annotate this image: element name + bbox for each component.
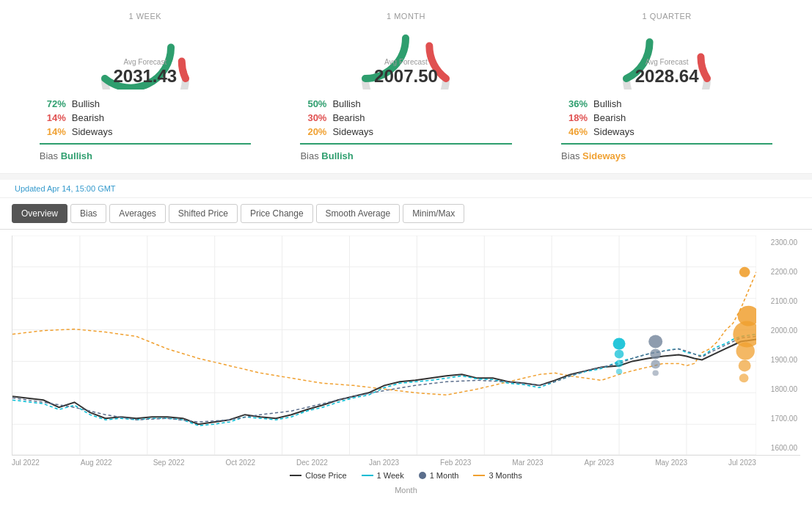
gauge-month: Avg Forecast 2007.50 (347, 23, 464, 90)
bullish-row-month: 50% Bullish (300, 97, 511, 111)
legend-label-1-month: 1 Month (430, 471, 459, 480)
bearish-label-month: Bearish (332, 112, 365, 123)
y-label: 2100.00 (756, 297, 800, 305)
legend-item-1-week: 1 Week (362, 471, 404, 480)
stats-week: 72% Bullish 14% Bearish 14% Sideways Bia… (28, 94, 263, 166)
sideways-label-quarter: Sideways (593, 126, 634, 137)
gauge-label-quarter: Avg Forecast 2028.64 (635, 58, 699, 87)
bullish-pct-week: 72% (40, 98, 66, 109)
update-text: Updated Apr 14, 15:00 GMT (15, 184, 116, 193)
y-label: 1700.00 (756, 415, 800, 423)
y-label: 2300.00 (756, 238, 800, 247)
avg-label-week: Avg Forecast (113, 58, 177, 66)
gauge-label-week: Avg Forecast 2031.43 (113, 58, 177, 87)
y-label: 1800.00 (756, 385, 800, 393)
bearish-row-month: 30% Bearish (300, 111, 511, 125)
x-axis-label: Month (12, 486, 800, 495)
svg-point-24 (650, 349, 661, 359)
svg-point-22 (616, 368, 622, 374)
bullish-pct-month: 50% (300, 98, 326, 109)
tab-price-change[interactable]: Price Change (241, 204, 313, 223)
tab-minim/max[interactable]: Minim/Max (403, 204, 464, 223)
bias-row-month: Bias Bullish (300, 149, 511, 163)
stats-quarter: 36% Bullish 18% Bearish 46% Sideways Bia… (549, 94, 784, 166)
bullish-row-quarter: 36% Bullish (561, 97, 772, 111)
bullish-label-quarter: Bullish (593, 98, 621, 109)
x-label: Dec 2022 (296, 459, 328, 467)
svg-point-30 (736, 343, 755, 360)
gauge-quarter: Avg Forecast 2028.64 (608, 23, 725, 90)
bullish-row-week: 72% Bullish (40, 97, 251, 111)
svg-point-26 (652, 370, 658, 376)
avg-label-quarter: Avg Forecast (635, 58, 699, 66)
y-label: 1600.00 (756, 444, 800, 452)
chart-wrapper: 2300.002200.002100.002000.001900.001800.… (12, 236, 800, 456)
top-section: 1 WEEK Avg Forecast 2031.43 (0, 0, 812, 174)
update-bar: Updated Apr 14, 15:00 GMT (0, 180, 812, 198)
sideways-row-quarter: 46% Sideways (561, 125, 772, 139)
avg-value-quarter: 2028.64 (635, 66, 699, 86)
bearish-label-week: Bearish (72, 112, 104, 123)
y-label: 1900.00 (756, 356, 800, 364)
bullish-label-month: Bullish (332, 98, 360, 109)
tab-overview[interactable]: Overview (12, 204, 67, 223)
divider-month (300, 143, 511, 145)
svg-point-19 (613, 338, 626, 350)
card-title-week: 1 WEEK (129, 12, 162, 21)
tab-smooth-average[interactable]: Smooth Average (316, 204, 400, 223)
legend-item-close-price: Close Price (290, 471, 346, 480)
x-label: Apr 2023 (585, 459, 615, 467)
legend-label-3-months: 3 Months (489, 471, 522, 480)
sideways-row-month: 20% Sideways (300, 125, 511, 139)
avg-label-month: Avg Forecast (374, 58, 438, 66)
bearish-row-week: 14% Bearish (40, 111, 251, 125)
x-label: Feb 2023 (440, 459, 471, 467)
sideways-row-week: 14% Sideways (40, 125, 251, 139)
legend-label-close-price: Close Price (305, 471, 346, 480)
x-axis-bottom-label: Month (395, 486, 417, 495)
sideways-pct-month: 20% (300, 126, 326, 137)
bias-row-week: Bias Bullish (40, 149, 251, 163)
chart-area: 2300.002200.002100.002000.001900.001800.… (0, 230, 812, 497)
svg-point-31 (739, 360, 751, 371)
svg-point-27 (739, 267, 750, 277)
legend-color-close-price (290, 475, 301, 476)
legend: Close Price1 Week1 Month3 Months (12, 467, 800, 484)
bearish-pct-week: 14% (40, 112, 66, 123)
sideways-pct-quarter: 46% (561, 126, 588, 137)
legend-item-3-months: 3 Months (473, 471, 522, 480)
bias-text-week: Bias (40, 150, 61, 161)
tab-bias[interactable]: Bias (70, 204, 106, 223)
bias-text-quarter: Bias (561, 150, 582, 161)
tab-shifted-price[interactable]: Shifted Price (169, 204, 238, 223)
x-label: Jul 2022 (12, 459, 40, 467)
x-label: May 2023 (655, 459, 687, 467)
divider-week (40, 143, 251, 145)
svg-point-32 (739, 373, 749, 382)
chart-svg (12, 236, 756, 455)
x-label: Mar 2023 (512, 459, 543, 467)
x-axis: Jul 2022Aug 2022Sep 2022Oct 2022Dec 2022… (12, 456, 800, 467)
tab-averages[interactable]: Averages (109, 204, 165, 223)
stats-month: 50% Bullish 30% Bearish 20% Sideways Bia… (288, 94, 523, 166)
avg-value-week: 2031.43 (113, 66, 177, 86)
avg-value-month: 2007.50 (374, 66, 438, 86)
gauge-label-month: Avg Forecast 2007.50 (374, 58, 438, 87)
svg-point-23 (648, 335, 662, 349)
legend-color-3-months (473, 475, 485, 476)
forecast-card-week: 1 WEEK Avg Forecast 2031.43 (28, 12, 263, 166)
bias-row-quarter: Bias Sideways (561, 149, 772, 163)
sideways-pct-week: 14% (40, 126, 66, 137)
legend-color-1-month (419, 472, 426, 479)
x-label: Oct 2022 (225, 459, 255, 467)
forecast-card-quarter: 1 QUARTER Avg Forecast 2028.64 (549, 12, 784, 166)
tabs-bar: OverviewBiasAveragesShifted PricePrice C… (0, 198, 812, 230)
svg-point-25 (651, 360, 660, 368)
forecast-card-month: 1 MONTH Avg Forecast 2007.50 (288, 12, 523, 166)
chart-inner (12, 236, 756, 455)
divider-quarter (561, 143, 772, 145)
gauge-week: Avg Forecast 2031.43 (87, 23, 204, 90)
x-label: Sep 2022 (153, 459, 185, 467)
bias-value-week: Bullish (61, 150, 92, 161)
bearish-pct-month: 30% (300, 112, 326, 123)
